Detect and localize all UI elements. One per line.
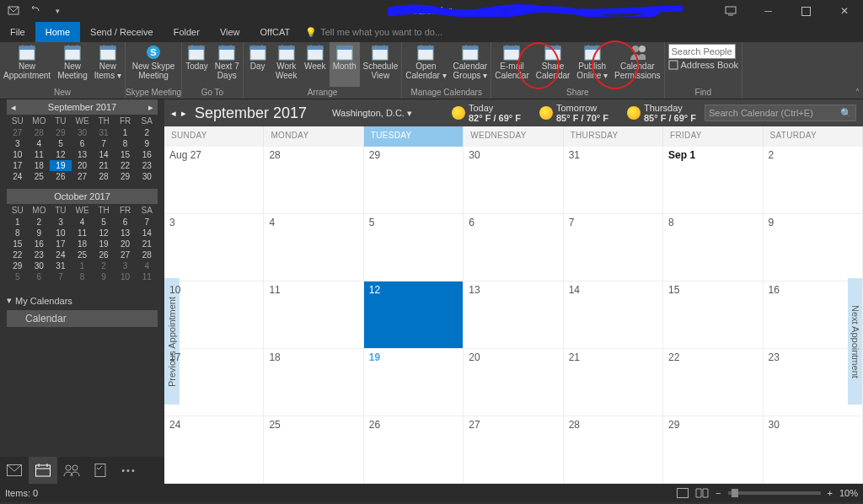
mini-day[interactable]: 19 (93, 239, 115, 249)
zoom-slider[interactable] (728, 491, 821, 495)
mini-day[interactable]: 2 (136, 127, 158, 138)
mini-day[interactable]: 10 (7, 149, 29, 160)
weather-thursday[interactable]: Thursday85° F / 69° F (627, 103, 696, 123)
rb-week[interactable]: Week (301, 42, 330, 87)
calendar-cell[interactable]: 29 (364, 147, 464, 213)
mini-day[interactable]: 7 (50, 271, 72, 282)
mini-day[interactable]: 27 (7, 127, 29, 138)
mini-day[interactable]: 26 (50, 171, 72, 182)
calendar-cell[interactable]: 23 (764, 349, 863, 416)
calendar-cell[interactable]: 24 (164, 416, 264, 483)
mini-day[interactable]: 4 (72, 217, 94, 228)
calendar-cell[interactable]: 6 (464, 214, 563, 281)
mini-day[interactable]: 6 (29, 271, 51, 282)
mini-day[interactable]: 5 (7, 271, 29, 282)
mini-day[interactable]: 10 (115, 271, 137, 282)
mini-day[interactable]: 13 (72, 149, 94, 160)
mini-day[interactable]: 16 (136, 149, 158, 160)
mini-day[interactable]: 17 (7, 160, 29, 171)
mini-day[interactable]: 27 (115, 249, 137, 260)
minimize-button[interactable]: ─ (749, 0, 787, 22)
nav-calendar-icon[interactable] (29, 457, 57, 484)
mini-day[interactable]: 21 (93, 160, 115, 171)
zoom-in[interactable]: + (828, 488, 833, 498)
ribbon-tab-home[interactable]: Home (35, 22, 80, 42)
mini-day[interactable]: 8 (115, 138, 137, 149)
mini-day[interactable]: 30 (29, 260, 51, 271)
ribbon-display-options-icon[interactable] (711, 0, 749, 22)
mini-day[interactable]: 23 (136, 160, 158, 171)
mini-day[interactable]: 23 (29, 249, 51, 260)
calendar-cell[interactable]: 28 (564, 416, 663, 483)
close-button[interactable]: ✕ (825, 0, 863, 22)
mini-day[interactable]: 14 (136, 228, 158, 239)
calendar-cell[interactable]: 10 (164, 281, 264, 348)
calendar-cell[interactable]: 19 (364, 349, 464, 416)
mini-day[interactable]: 24 (7, 171, 29, 182)
rb-new-skype-meeting[interactable]: SNew Skype Meeting (129, 42, 179, 87)
calendar-cell[interactable]: 3 (164, 214, 264, 281)
calendar-cell[interactable]: 16 (764, 281, 863, 348)
mini-day[interactable]: 24 (50, 249, 72, 260)
calendar-cell[interactable]: 30 (464, 147, 563, 213)
calendar-cell[interactable]: 11 (264, 281, 363, 348)
mini-day[interactable]: 11 (72, 228, 94, 239)
rb-next-days[interactable]: Next 7 Days (212, 42, 243, 87)
mini-day[interactable]: 30 (136, 171, 158, 182)
mini-day[interactable]: 25 (72, 249, 94, 260)
mini-day[interactable]: 9 (136, 138, 158, 149)
mini-day[interactable]: 2 (29, 217, 51, 228)
mini-day[interactable]: 14 (93, 149, 115, 160)
calendar-cell[interactable]: 14 (564, 281, 663, 348)
mini-day[interactable]: 12 (93, 228, 115, 239)
mini-day[interactable]: 1 (72, 260, 94, 271)
calendar-cell[interactable]: 25 (264, 416, 363, 483)
qat-send-receive-icon[interactable] (5, 3, 22, 19)
address-book-button[interactable]: Address Book (668, 60, 738, 70)
ribbon-tab-view[interactable]: View (210, 22, 250, 42)
ribbon-tab-offcat[interactable]: OffCAT (250, 22, 301, 42)
ribbon-tab-file[interactable]: File (0, 22, 35, 42)
zoom-out[interactable]: − (716, 488, 721, 498)
month-next[interactable]: ▸ (181, 108, 186, 119)
rb-new-items-[interactable]: New Items ▾ (91, 42, 125, 87)
calendar-cell[interactable]: 4 (264, 214, 363, 281)
mini-day[interactable]: 28 (29, 127, 51, 138)
mini-day[interactable]: 22 (7, 249, 29, 260)
calendar-cell[interactable]: 22 (663, 349, 763, 416)
weather-location[interactable]: Washington, D.C. ▾ (332, 108, 412, 119)
mini-day[interactable]: 6 (72, 138, 94, 149)
calendar-cell[interactable]: 29 (663, 416, 763, 483)
mini-day[interactable]: 6 (115, 217, 137, 228)
rb-calendar-permissions[interactable]: Calendar Permissions (611, 42, 663, 87)
mini-day[interactable]: 9 (29, 228, 51, 239)
mini-day[interactable]: 18 (72, 239, 94, 249)
calendar-cell[interactable]: 13 (464, 281, 563, 348)
mini-day[interactable]: 2 (93, 260, 115, 271)
mini-day[interactable]: 25 (29, 171, 51, 182)
mini-day[interactable]: 26 (93, 249, 115, 260)
ribbon-tab-folder[interactable]: Folder (163, 22, 210, 42)
calendar-cell[interactable]: 5 (364, 214, 464, 281)
calendar-cell[interactable]: 21 (564, 349, 663, 416)
nav-people-icon[interactable] (57, 457, 86, 484)
mini-day[interactable]: 17 (50, 239, 72, 249)
mini-day[interactable]: 28 (136, 249, 158, 260)
mini-day[interactable]: 29 (115, 171, 137, 182)
mini-day[interactable]: 3 (50, 217, 72, 228)
rb-schedule-view[interactable]: Schedule View (360, 42, 402, 87)
rb-new-appointment[interactable]: New Appointment (0, 42, 54, 87)
mini-day[interactable]: 20 (72, 160, 94, 171)
nav-tasks-icon[interactable] (86, 457, 115, 484)
mini-day[interactable]: 20 (115, 239, 137, 249)
mini-day[interactable]: 13 (115, 228, 137, 239)
mini-day[interactable]: 19 (50, 160, 72, 171)
maximize-button[interactable] (787, 0, 825, 22)
view-reading-icon[interactable] (695, 488, 709, 498)
nav-mail-icon[interactable] (0, 457, 29, 484)
view-normal-icon[interactable] (677, 488, 689, 498)
mini-day[interactable]: 27 (72, 171, 94, 182)
mini-day[interactable]: 7 (136, 217, 158, 228)
mini-day[interactable]: 29 (7, 260, 29, 271)
weather-today[interactable]: Today82° F / 69° F (452, 103, 521, 123)
